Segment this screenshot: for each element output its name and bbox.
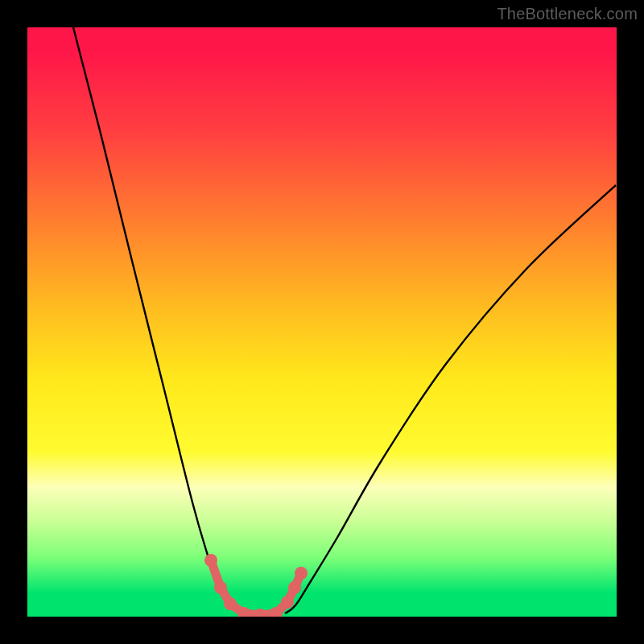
- plot-area: [27, 27, 617, 617]
- marker-dot: [295, 567, 308, 580]
- marker-dot: [224, 597, 237, 610]
- marker-dot: [288, 581, 301, 594]
- curve-right-branch: [285, 185, 616, 613]
- curve-left-branch: [73, 27, 240, 613]
- marker-dots: [204, 554, 308, 617]
- bottleneck-curve: [27, 27, 617, 617]
- marker-dot: [281, 596, 294, 609]
- marker-dot: [204, 554, 217, 567]
- marker-dot: [254, 609, 266, 617]
- frame: TheBottleneck.com: [0, 0, 644, 644]
- marker-dot: [214, 581, 227, 594]
- watermark-text: TheBottleneck.com: [497, 5, 638, 23]
